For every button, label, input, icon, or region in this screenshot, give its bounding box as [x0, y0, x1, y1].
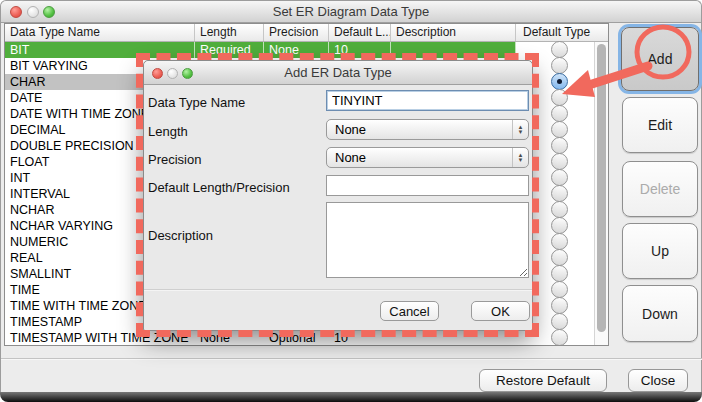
default-type-radio[interactable]	[551, 169, 568, 186]
bottom-divider	[1, 358, 702, 359]
cell-default_length: 10	[329, 42, 391, 58]
default-type-radio[interactable]	[551, 281, 568, 298]
dialog-title: Add ER Data Type	[144, 61, 532, 85]
edit-button[interactable]: Edit	[622, 97, 698, 153]
scrollbar-thumb[interactable]	[597, 44, 606, 332]
default-type-radio[interactable]	[551, 57, 568, 74]
default-type-radio[interactable]	[551, 329, 568, 346]
column-header-default-l[interactable]: Default L...	[329, 24, 391, 41]
default-type-radio[interactable]	[551, 233, 568, 250]
precision-label: Precision	[148, 152, 201, 167]
ok-button[interactable]: OK	[471, 301, 530, 321]
length-dropdown[interactable]: None ▲▼	[326, 119, 529, 140]
default-type-radio[interactable]	[551, 153, 568, 170]
cell-precision: Optional	[264, 330, 329, 346]
delete-button: Delete	[622, 161, 698, 217]
data-type-name-input[interactable]	[326, 90, 529, 111]
column-header-default-type[interactable]: Default Type	[516, 24, 608, 41]
window-title: Set ER Diagram Data Type	[1, 1, 701, 23]
default-type-radio[interactable]	[551, 105, 568, 122]
cell-default_length: 10	[329, 330, 391, 346]
dialog-titlebar[interactable]: Add ER Data Type	[144, 61, 532, 85]
column-header-description[interactable]: Description	[391, 24, 516, 41]
description-textarea[interactable]	[326, 202, 529, 278]
default-type-radio[interactable]	[551, 265, 568, 282]
cell-description	[391, 42, 516, 58]
add-button[interactable]: Add	[621, 27, 699, 91]
cell-name: TIMESTAMP WITH TIME ZONE	[5, 330, 195, 346]
default-type-radio[interactable]	[551, 297, 568, 314]
default-type-radio[interactable]	[551, 73, 568, 90]
screenshot-stage: Set ER Diagram Data Type Data Type Name …	[0, 0, 702, 402]
close-button[interactable]: Close	[628, 369, 688, 392]
default-type-radio[interactable]	[551, 201, 568, 218]
column-header-precision[interactable]: Precision	[264, 24, 329, 41]
precision-dropdown-value: None	[327, 150, 512, 165]
table-header: Data Type Name Length Precision Default …	[5, 24, 608, 42]
vertical-scrollbar[interactable]	[594, 42, 608, 345]
table-row[interactable]: TIMESTAMP WITH TIME ZONENoneOptional10	[5, 330, 608, 346]
length-dropdown-value: None	[327, 122, 512, 137]
default-type-radio[interactable]	[551, 121, 568, 138]
default-type-radio[interactable]	[551, 89, 568, 106]
column-header-length[interactable]: Length	[195, 24, 264, 41]
default-type-radio[interactable]	[551, 137, 568, 154]
down-button[interactable]: Down	[622, 285, 698, 342]
main-titlebar[interactable]: Set ER Diagram Data Type	[1, 1, 701, 23]
default-type-radio[interactable]	[551, 217, 568, 234]
stepper-arrows-icon: ▲▼	[512, 148, 528, 167]
default-type-radio[interactable]	[551, 313, 568, 330]
table-row[interactable]: BITRequiredNone10	[5, 42, 608, 58]
add-er-data-type-dialog: Add ER Data Type Data Type Name Length N…	[143, 60, 533, 331]
stepper-arrows-icon: ▲▼	[512, 120, 528, 139]
dialog-divider	[144, 289, 532, 290]
cancel-button[interactable]: Cancel	[380, 301, 439, 321]
restore-default-button[interactable]: Restore Default	[479, 369, 607, 392]
default-type-radio[interactable]	[551, 249, 568, 266]
cell-name: BIT	[5, 42, 195, 58]
precision-dropdown[interactable]: None ▲▼	[326, 147, 529, 168]
cell-length: None	[195, 330, 264, 346]
default-type-radio[interactable]	[551, 185, 568, 202]
window-bottom-edge	[0, 392, 702, 402]
cell-description	[391, 330, 516, 346]
cell-length: Required	[195, 42, 264, 58]
length-label: Length	[148, 124, 188, 139]
default-length-precision-label: Default Length/Precision	[148, 180, 290, 195]
up-button[interactable]: Up	[622, 223, 698, 279]
default-type-radio[interactable]	[551, 41, 568, 58]
description-label: Description	[148, 228, 213, 243]
cell-precision: None	[264, 42, 329, 58]
column-header-name[interactable]: Data Type Name	[5, 24, 195, 41]
data-type-name-label: Data Type Name	[148, 95, 245, 110]
default-length-precision-input[interactable]	[326, 175, 529, 196]
